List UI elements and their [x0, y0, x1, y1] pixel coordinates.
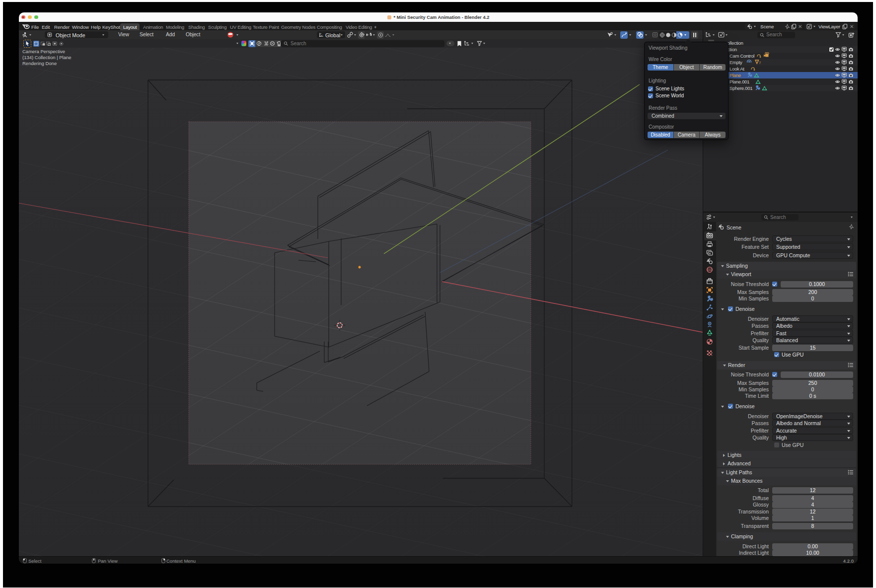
svg-text:Empty: Empty [730, 60, 742, 65]
svg-text:Plane: Plane [730, 73, 741, 78]
svg-text:Sphere.001: Sphere.001 [730, 85, 752, 91]
svg-text:Cam Control: Cam Control [730, 53, 754, 59]
svg-text:Look At: Look At [730, 66, 744, 72]
svg-text:7: 7 [759, 61, 761, 65]
svg-text:Plane.001: Plane.001 [730, 79, 749, 84]
